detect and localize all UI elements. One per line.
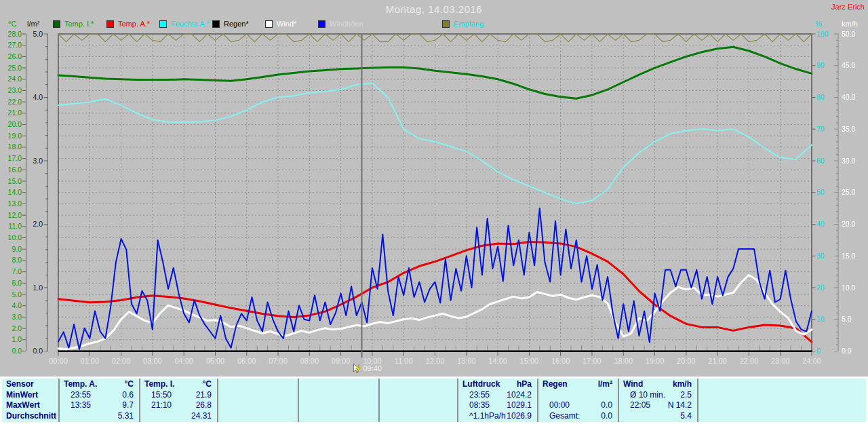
- stat-cell: 22:05N 14.2: [619, 400, 697, 411]
- row-label-maxwert: MaxWert: [2, 400, 58, 411]
- col-header: Temp. I.°C: [140, 379, 217, 390]
- temp-tick-label: 27.0: [8, 41, 22, 49]
- stat-cell-label: Ø 10 min.: [619, 390, 665, 401]
- temp-tick-label: 24.0: [8, 75, 22, 83]
- row-label-sensor-label: Sensor: [2, 379, 34, 390]
- x-tick-label: 01:00: [81, 357, 100, 365]
- temp-tick-label: 23.0: [8, 86, 22, 94]
- y-axis-rain: 0.01.02.03.04.05.0: [33, 30, 47, 355]
- weather-day-chart[interactable]: 0.01.02.03.04.05.06.07.08.09.010.011.012…: [0, 0, 868, 377]
- row-label-sensor-value: [53, 379, 58, 390]
- col-header-label: Luftdruck: [458, 379, 500, 390]
- temp-tick-label: 9.0: [12, 245, 22, 253]
- row-label-durchschnitt-label: Durchschnitt: [2, 411, 56, 422]
- col-header-value: °C: [125, 379, 139, 390]
- wind-tick-label: 40.0: [842, 93, 856, 101]
- row-label-maxwert-value: [53, 400, 58, 411]
- temp-tick-label: 5.0: [12, 290, 22, 298]
- table-col-tempa: Temp. A.°C23:550.613:359.75.31: [60, 379, 140, 422]
- hum-tick-label: 100: [816, 30, 829, 38]
- stat-cell: 5.31: [60, 411, 139, 422]
- hum-tick-label: 90: [816, 61, 825, 69]
- x-tick-label: 12:00: [426, 357, 445, 365]
- x-tick-label: 21:00: [708, 357, 727, 365]
- col-header-label: Temp. I.: [140, 379, 174, 390]
- table-col-labels: SensorMinWertMaxWertDurchschnitt: [2, 379, 60, 422]
- col-header-label: Wind: [619, 379, 643, 390]
- temp-tick-label: 11.0: [8, 222, 22, 230]
- wind-tick-label: 15.0: [842, 252, 856, 260]
- stat-cell: [538, 390, 618, 401]
- x-tick-label: 02:00: [112, 357, 131, 365]
- stat-cell: Ø 10 min.2.5: [619, 390, 697, 401]
- row-label-sensor: Sensor: [2, 379, 58, 390]
- temp-tick-label: 19.0: [8, 132, 22, 140]
- table-col-empty9: [698, 379, 866, 422]
- temp-tick-label: 13.0: [8, 199, 22, 208]
- stat-cell: 23:550.6: [60, 390, 139, 401]
- temp-tick-label: 1.0: [12, 335, 22, 343]
- stat-cell-value: 9.7: [122, 400, 139, 411]
- y-axis-temp: 0.01.02.03.04.05.06.07.08.09.010.011.012…: [8, 30, 26, 355]
- stat-cell-value: 5.31: [118, 411, 139, 422]
- y-axis-windspeed: 0.05.010.015.020.025.030.035.040.045.050…: [834, 30, 856, 355]
- col-header: Regenl/m²: [538, 379, 618, 390]
- wind-tick-label: 45.0: [842, 61, 856, 69]
- hum-tick-label: 0: [816, 347, 821, 355]
- stat-cell-value: 1024.2: [507, 390, 537, 401]
- rain-tick-label: 1.0: [33, 284, 43, 292]
- temp-tick-label: 16.0: [8, 166, 22, 174]
- stat-cell-value: 21.9: [196, 390, 217, 401]
- x-tick-label: 05:00: [206, 357, 225, 365]
- temp-tick-label: 15.0: [8, 177, 22, 185]
- stat-cell-value: 24.31: [191, 411, 217, 422]
- col-header: Temp. A.°C: [60, 379, 139, 390]
- table-col-regen: Regenl/m²00:000.0Gesamt:0.0: [538, 379, 619, 422]
- temp-tick-label: 2.0: [12, 324, 22, 332]
- weather-app-window: Montag, 14.03.2016 Jarz Erich °Cl/m²%km/…: [0, 0, 868, 424]
- stat-cell-label: 08:35: [458, 400, 490, 411]
- x-tick-label: 14:00: [488, 357, 507, 365]
- wind-tick-label: 50.0: [842, 30, 856, 38]
- rain-tick-label: 0.0: [33, 347, 43, 355]
- stat-cell: 21:1026.8: [140, 400, 217, 411]
- col-header: Windkm/h: [619, 379, 697, 390]
- stat-cell: 13:359.7: [60, 400, 139, 411]
- temp-tick-label: 10.0: [8, 233, 22, 242]
- stat-cell-value: 0.0: [601, 411, 618, 422]
- temp-tick-label: 0.0: [12, 347, 22, 355]
- stat-cell-label: 15:50: [140, 390, 172, 401]
- x-tick-label: 19:00: [646, 357, 665, 365]
- stat-cell: 15:5021.9: [140, 390, 217, 401]
- stat-cell: 5.4: [619, 411, 697, 422]
- x-tick-label: 09:00: [332, 357, 351, 365]
- row-label-minwert: MinWert: [2, 390, 58, 401]
- hum-tick-label: 30: [816, 252, 825, 260]
- x-tick-label: 20:00: [677, 357, 696, 365]
- temp-tick-label: 3.0: [12, 313, 22, 321]
- stat-cell: 08:351029.1: [458, 400, 537, 411]
- stat-cell: Gesamt:0.0: [538, 411, 618, 422]
- stat-cell-label: 22:05: [619, 400, 650, 411]
- row-label-minwert-value: [53, 390, 58, 401]
- stat-cell: 00:000.0: [538, 400, 618, 411]
- plot-gridlines: [58, 34, 812, 351]
- hum-tick-label: 20: [816, 284, 825, 292]
- hum-tick-label: 40: [816, 220, 825, 228]
- temp-tick-label: 22.0: [8, 98, 22, 106]
- x-tick-label: 22:00: [740, 357, 759, 365]
- stat-cell-label: 21:10: [140, 400, 172, 411]
- stat-cell-value: 1026.9: [507, 411, 537, 422]
- x-axis: 00:0001:0002:0003:0004:0005:0006:0007:00…: [49, 351, 821, 366]
- col-header-value: °C: [203, 379, 217, 390]
- rain-tick-label: 2.0: [33, 220, 43, 228]
- temp-tick-label: 25.0: [8, 64, 22, 72]
- col-header-value: l/m²: [598, 379, 618, 390]
- table-col-wind: Windkm/hØ 10 min.2.522:05N 14.25.4: [619, 379, 698, 422]
- row-label-durchschnitt: Durchschnitt: [2, 411, 58, 422]
- rain-tick-label: 3.0: [33, 157, 43, 165]
- x-tick-label: 23:00: [771, 357, 790, 365]
- stat-cell-label: ^1.1hPa/h: [458, 411, 506, 422]
- temp-tick-label: 20.0: [8, 120, 22, 128]
- temp-tick-label: 4.0: [12, 301, 22, 309]
